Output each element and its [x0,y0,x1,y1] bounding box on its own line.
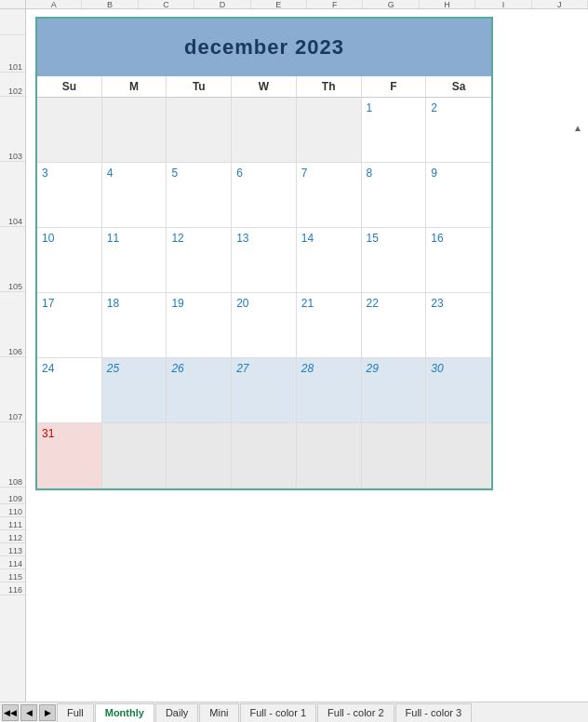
cal-cell-20[interactable]: 20 [232,293,297,358]
day-20: 20 [236,297,248,310]
day-14: 14 [301,232,314,245]
cal-cell-17[interactable]: 17 [37,293,102,358]
row-106: 105 [0,227,25,292]
scroll-up-arrow[interactable]: ▲ [571,121,584,134]
day-29: 29 [367,362,379,375]
cal-cell-w6-tu[interactable] [167,423,232,488]
row-114: 113 [0,543,25,556]
tab-full[interactable]: Full [57,703,94,722]
calendar-area: ▲ december 2023 Su M Tu W Th F Sa [26,9,588,722]
cal-cell-5[interactable]: 5 [167,163,232,228]
cal-cell-w6-m[interactable] [102,423,167,488]
cal-cell-w6-sa[interactable] [426,423,491,488]
tab-full-color-2[interactable]: Full - color 2 [317,703,394,722]
cal-cell-9[interactable]: 9 [426,163,491,228]
tab-nav-prev[interactable]: ◀ [20,704,37,721]
day-4: 4 [107,167,114,180]
day-27: 27 [236,362,248,375]
day-5: 5 [171,167,178,180]
day-11: 11 [107,232,119,245]
row-108: 107 [0,357,25,422]
day-13: 13 [236,232,248,245]
tab-full-color-1[interactable]: Full - color 1 [240,703,317,722]
day-22: 22 [367,297,379,310]
cal-cell-16[interactable]: 16 [426,228,491,293]
col-headers: A B C D E F G H I J [0,0,588,9]
cal-cell-30[interactable]: 30 [426,358,491,423]
calendar-grid: 1 2 3 4 5 6 7 8 9 10 11 12 13 14 15 [37,98,491,488]
day-19: 19 [171,297,183,310]
row-104: 103 [0,97,25,162]
day-23: 23 [431,297,443,310]
calendar-header: december 2023 [37,19,491,76]
cal-cell-w1-th[interactable] [297,98,362,163]
cal-cell-w1-m[interactable] [102,98,167,163]
tab-nav-next[interactable]: ▶ [39,704,56,721]
cal-cell-11[interactable]: 11 [102,228,167,293]
calendar-container: december 2023 Su M Tu W Th F Sa [35,17,493,490]
row-111: 110 [0,504,25,517]
cal-cell-21[interactable]: 21 [297,293,362,358]
cal-cell-18[interactable]: 18 [102,293,167,358]
cal-cell-w1-tu[interactable] [167,98,232,163]
row-110: 109 [0,488,25,504]
day-31: 31 [42,427,54,440]
day-17: 17 [42,297,54,310]
row-102: 101 [0,35,25,73]
cal-cell-4[interactable]: 4 [102,163,167,228]
cal-cell-3[interactable]: 3 [37,163,102,228]
dow-th: Th [297,76,362,97]
cal-cell-w1-w[interactable] [232,98,297,163]
cal-cell-w1-su[interactable] [37,98,102,163]
col-header-h: H [420,0,475,8]
dow-m: M [102,76,167,97]
tab-monthly[interactable]: Monthly [95,703,154,722]
main-area: 101 102 103 104 105 106 107 108 109 110 … [0,9,588,722]
cal-cell-31[interactable]: 31 [37,423,102,488]
col-header-e: E [251,0,307,8]
day-18: 18 [107,297,119,310]
row-113: 112 [0,530,25,543]
tab-daily[interactable]: Daily [155,703,198,722]
row-numbers: 101 102 103 104 105 106 107 108 109 110 … [0,9,26,722]
tab-mini[interactable]: Mini [199,703,238,722]
day-30: 30 [431,362,443,375]
cal-cell-w6-w[interactable] [232,423,297,488]
cal-cell-24[interactable]: 24 [37,358,102,423]
col-header-b: B [82,0,138,8]
tab-nav-first[interactable]: ◀◀ [2,704,19,721]
col-header-d: D [194,0,250,8]
spreadsheet-wrapper: A B C D E F G H I J 101 102 103 104 105 … [0,0,588,722]
day-10: 10 [42,232,54,245]
day-26: 26 [171,362,183,375]
cal-cell-w6-f[interactable] [362,423,427,488]
day-6: 6 [236,167,243,180]
day-28: 28 [301,362,314,375]
cal-cell-29[interactable]: 29 [362,358,427,423]
cal-cell-28[interactable]: 28 [297,358,362,423]
cal-cell-27[interactable]: 27 [232,358,297,423]
cal-cell-14[interactable]: 14 [297,228,362,293]
cal-cell-12[interactable]: 12 [167,228,232,293]
tab-bar: ◀◀ ◀ ▶ Full Monthly Daily Mini Full - co… [0,702,588,722]
cal-cell-15[interactable]: 15 [362,228,427,293]
row-103: 102 [0,73,25,97]
day-8: 8 [367,167,373,180]
cal-cell-2[interactable]: 2 [426,98,491,163]
cal-cell-26[interactable]: 26 [167,358,232,423]
cal-cell-19[interactable]: 19 [167,293,232,358]
cal-cell-22[interactable]: 22 [362,293,427,358]
cal-cell-23[interactable]: 23 [426,293,491,358]
days-of-week-row: Su M Tu W Th F Sa [37,76,491,98]
cal-cell-13[interactable]: 13 [232,228,297,293]
tab-full-color-3[interactable]: Full - color 3 [395,703,473,722]
cal-cell-7[interactable]: 7 [297,163,362,228]
day-25: 25 [107,362,119,375]
cal-cell-25[interactable]: 25 [102,358,167,423]
cal-cell-8[interactable]: 8 [362,163,427,228]
cal-cell-6[interactable]: 6 [232,163,297,228]
cal-cell-w6-th[interactable] [297,423,362,488]
row-107: 106 [0,292,25,357]
cal-cell-10[interactable]: 10 [37,228,102,293]
cal-cell-1[interactable]: 1 [362,98,427,163]
